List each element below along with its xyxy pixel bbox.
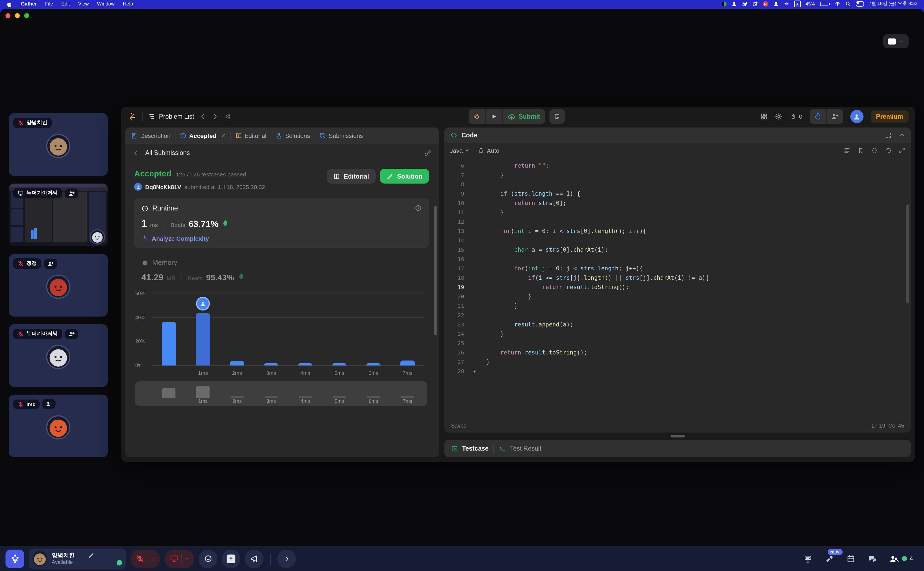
analyze-complexity-link[interactable]: Analyze Complexity — [141, 235, 422, 242]
menubar-clock[interactable]: 7월 18일 (금) 오후 8:32 — [869, 0, 918, 7]
runtime-bar[interactable] — [264, 363, 278, 366]
format-button[interactable] — [844, 147, 850, 154]
code-line[interactable]: 16 — [444, 255, 911, 264]
tab-editorial[interactable]: Editorial — [235, 133, 266, 139]
invite-button[interactable] — [65, 329, 78, 339]
calendar-button[interactable] — [846, 554, 855, 563]
runtime-bar[interactable] — [196, 313, 210, 366]
panel-resize-handle[interactable] — [444, 432, 911, 440]
random-problem-button[interactable] — [224, 113, 231, 120]
tab-testcase[interactable]: Testcase — [451, 445, 489, 452]
code-line[interactable]: 22 — [444, 310, 911, 320]
copy-link-icon[interactable] — [424, 149, 431, 156]
code-line[interactable]: 7 } — [444, 170, 911, 180]
code-line[interactable]: 20 } — [444, 292, 911, 301]
info-icon[interactable] — [415, 204, 422, 211]
self-user-card[interactable]: 양념치킨 Available — [29, 548, 126, 569]
code-line[interactable]: 26 return result.toString(); — [444, 348, 911, 357]
cursor-position[interactable]: Ln 19, Col 45 — [871, 422, 904, 428]
reset-code-button[interactable] — [885, 147, 891, 154]
premium-button[interactable]: Premium — [871, 111, 909, 123]
user-menu-icon[interactable] — [773, 1, 779, 6]
participant-tile[interactable]: 갱갱 — [9, 254, 108, 316]
tab-test-result[interactable]: Test Result — [499, 445, 542, 452]
camera-options-icon[interactable] — [184, 556, 189, 561]
code-line[interactable]: 14 — [444, 236, 911, 245]
code-line[interactable]: 17 for(int j = 0; j < strs.length; j++){ — [444, 264, 911, 273]
timer-button[interactable] — [809, 110, 826, 123]
invite-button[interactable] — [44, 259, 57, 269]
volume-icon[interactable] — [783, 1, 789, 6]
announcements-button[interactable] — [803, 554, 812, 563]
runtime-bar[interactable] — [162, 323, 176, 366]
menu-item-Help[interactable]: Help — [123, 1, 133, 6]
runtime-bar[interactable] — [332, 363, 347, 366]
submit-button[interactable]: Submit — [503, 110, 545, 123]
edit-status-icon[interactable] — [88, 551, 94, 561]
video-pip-control[interactable] — [883, 34, 909, 48]
tab-accepted[interactable]: Accepted — [180, 133, 226, 139]
code-line[interactable]: 10 return strs[0]; — [444, 198, 911, 208]
tab-submissions[interactable]: Submissions — [319, 133, 363, 139]
clock-badge-icon[interactable] — [752, 1, 758, 6]
notes-button[interactable] — [549, 110, 565, 123]
code-line[interactable]: 19 return result.toString(); — [444, 282, 911, 292]
battery-icon[interactable] — [820, 2, 830, 6]
left-panel-scrollbar[interactable] — [434, 206, 437, 335]
person-status-icon[interactable] — [731, 1, 737, 6]
runtime-bar[interactable] — [401, 361, 415, 366]
participant-tile[interactable]: 누더기아저씨 — [9, 324, 108, 387]
mic-options-icon[interactable] — [150, 556, 155, 561]
windows-status-icon[interactable] — [742, 1, 747, 6]
prev-problem-button[interactable] — [200, 113, 206, 120]
collaborate-button[interactable] — [826, 110, 843, 123]
menu-item-Edit[interactable]: Edit — [61, 1, 70, 6]
fullscreen-button[interactable] — [885, 132, 891, 139]
back-icon[interactable] — [133, 149, 140, 156]
settings-button[interactable] — [775, 113, 782, 120]
problem-list-button[interactable]: Problem List — [149, 113, 194, 120]
spotlight-icon[interactable] — [845, 1, 851, 6]
streak-button[interactable]: 0 — [789, 113, 802, 120]
code-line[interactable]: 23 result.append(a); — [444, 320, 911, 329]
microphone-button[interactable] — [130, 549, 160, 568]
participants-button[interactable]: 4 — [889, 554, 913, 563]
build-button[interactable]: NEW — [825, 554, 834, 563]
gather-menu-button[interactable] — [6, 549, 24, 568]
tab-solutions[interactable]: Solutions — [276, 133, 310, 139]
code-line[interactable]: 15 char a = strs[0].charAt(i); — [444, 245, 911, 255]
minimize-window-button[interactable] — [15, 13, 20, 18]
code-line[interactable]: 27 } — [444, 357, 911, 367]
more-tools-button[interactable] — [277, 549, 296, 568]
code-line[interactable]: 18 if(i >= strs[j].length() || strs[j].c… — [444, 273, 911, 282]
layout-button[interactable] — [760, 113, 768, 120]
emoji-button[interactable] — [198, 549, 217, 568]
participant-tile[interactable]: 양념치킨 — [9, 113, 108, 176]
notification-badge[interactable]: N — [763, 1, 768, 6]
menu-item-Gather[interactable]: Gather — [21, 1, 37, 6]
code-line[interactable]: 13 for(int i = 0; i < strs[0].length(); … — [444, 227, 911, 236]
menu-item-Window[interactable]: Window — [97, 1, 115, 6]
editor-scrollbar[interactable] — [906, 204, 909, 303]
bookmark-button[interactable] — [857, 147, 864, 154]
invite-button[interactable] — [43, 399, 56, 409]
solution-button[interactable]: Solution — [380, 169, 429, 184]
runtime-card[interactable]: Runtime 1 ms Beats 63.71% — [134, 198, 429, 248]
language-selector[interactable]: Java — [450, 147, 470, 154]
participant-tile[interactable]: 누더기아저씨 — [9, 184, 108, 246]
tab-description[interactable]: Description — [131, 133, 170, 139]
snippets-button[interactable] — [871, 147, 878, 154]
code-line[interactable]: 12 — [444, 217, 911, 227]
megaphone-button[interactable] — [245, 549, 263, 568]
editorial-button[interactable]: Editorial — [327, 169, 376, 184]
leetcode-logo-icon[interactable] — [128, 112, 137, 121]
wifi-icon[interactable] — [835, 1, 840, 6]
chart-minimap[interactable]: 1ms2ms3ms4ms5ms6ms7ms — [135, 381, 427, 406]
code-line[interactable]: 21 } — [444, 301, 911, 310]
debug-button[interactable] — [469, 110, 485, 123]
code-editor[interactable]: 6 return "";7 }89 if (strs.length == 1) … — [444, 158, 911, 418]
menu-item-File[interactable]: File — [45, 1, 53, 6]
runtime-bar[interactable] — [366, 363, 381, 366]
all-submissions-row[interactable]: All Submissions — [125, 144, 439, 162]
code-line[interactable]: 6 return ""; — [444, 161, 911, 170]
